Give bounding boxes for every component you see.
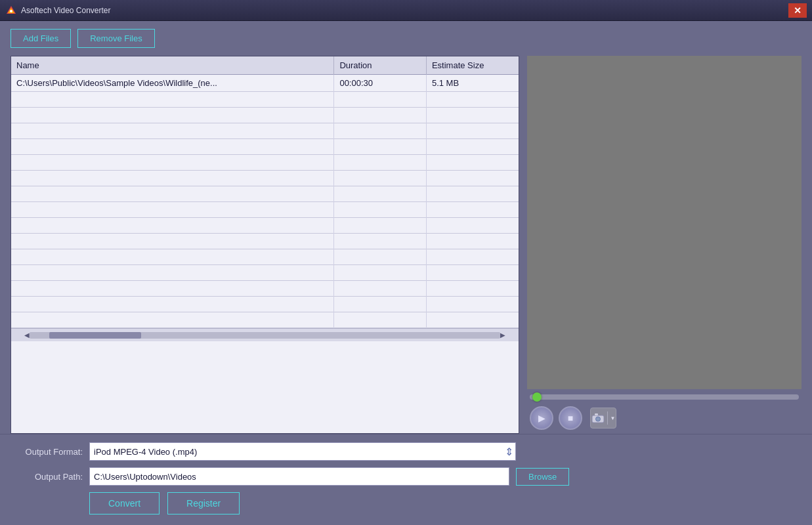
empty-row bbox=[11, 108, 519, 123]
action-row: Convert Register bbox=[11, 492, 801, 514]
empty-row bbox=[11, 249, 519, 265]
empty-row bbox=[11, 202, 519, 218]
empty-row bbox=[11, 218, 519, 234]
empty-row bbox=[11, 312, 519, 328]
progress-thumb[interactable] bbox=[532, 392, 542, 402]
col-header-size: Estimate Size bbox=[426, 56, 519, 75]
output-format-label: Output Format: bbox=[11, 447, 83, 457]
empty-row bbox=[11, 297, 519, 312]
toolbar: Add Files Remove Files bbox=[0, 21, 812, 56]
empty-row bbox=[11, 234, 519, 249]
close-button[interactable]: ✕ bbox=[788, 3, 807, 18]
empty-row bbox=[11, 171, 519, 186]
file-duration: 00:00:30 bbox=[334, 75, 427, 92]
stop-icon: ■ bbox=[568, 413, 573, 423]
progress-area bbox=[527, 389, 801, 402]
app-title: Asoftech Video Converter bbox=[21, 6, 788, 15]
col-header-name: Name bbox=[11, 56, 334, 75]
divider bbox=[607, 411, 608, 425]
play-icon: ▶ bbox=[538, 413, 545, 423]
browse-button[interactable]: Browse bbox=[516, 468, 569, 486]
output-path-input[interactable] bbox=[89, 467, 509, 486]
empty-row bbox=[11, 92, 519, 108]
content-area: Name Duration Estimate Size C:\Users\Pub… bbox=[0, 56, 812, 434]
scroll-track[interactable] bbox=[30, 332, 500, 339]
playback-controls: ▶ ■ ▼ bbox=[527, 402, 801, 434]
empty-row bbox=[11, 139, 519, 155]
output-path-label: Output Path: bbox=[11, 472, 83, 482]
format-select-wrapper: iPod MPEG-4 Video (.mp4)AVI Video (.avi)… bbox=[89, 442, 516, 461]
output-path-row: Output Path: Browse bbox=[11, 467, 801, 486]
output-format-row: Output Format: iPod MPEG-4 Video (.mp4)A… bbox=[11, 442, 801, 461]
table-row[interactable]: C:\Users\Public\Videos\Sample Videos\Wil… bbox=[11, 75, 519, 92]
progress-track[interactable] bbox=[530, 394, 799, 400]
main-area: Add Files Remove Files Name Duration Est… bbox=[0, 21, 812, 525]
col-header-duration: Duration bbox=[334, 56, 427, 75]
title-bar: Asoftech Video Converter ✕ bbox=[0, 0, 812, 21]
svg-point-4 bbox=[595, 417, 600, 421]
file-name: C:\Users\Public\Videos\Sample Videos\Wil… bbox=[11, 75, 334, 92]
play-button[interactable]: ▶ bbox=[530, 406, 553, 430]
svg-rect-5 bbox=[595, 413, 598, 415]
file-list-panel: Name Duration Estimate Size C:\Users\Pub… bbox=[11, 56, 519, 434]
preview-panel: ▶ ■ ▼ bbox=[527, 56, 801, 434]
scroll-left-arrow[interactable]: ◀ bbox=[24, 331, 30, 339]
empty-row bbox=[11, 155, 519, 171]
file-size: 5.1 MB bbox=[426, 75, 519, 92]
svg-point-2 bbox=[10, 10, 12, 12]
empty-row bbox=[11, 123, 519, 139]
video-preview bbox=[527, 56, 801, 389]
empty-row bbox=[11, 186, 519, 202]
remove-files-button[interactable]: Remove Files bbox=[77, 29, 154, 48]
empty-row bbox=[11, 281, 519, 297]
file-table: Name Duration Estimate Size C:\Users\Pub… bbox=[11, 56, 519, 328]
bottom-area: Output Format: iPod MPEG-4 Video (.mp4)A… bbox=[0, 434, 812, 525]
camera-button[interactable]: ▼ bbox=[590, 408, 616, 429]
horizontal-scrollbar[interactable]: ◀ ▶ bbox=[11, 328, 519, 341]
empty-row bbox=[11, 265, 519, 281]
scroll-thumb[interactable] bbox=[49, 332, 141, 339]
convert-button[interactable]: Convert bbox=[89, 492, 160, 514]
register-button[interactable]: Register bbox=[167, 492, 240, 514]
add-files-button[interactable]: Add Files bbox=[11, 29, 71, 48]
output-format-select[interactable]: iPod MPEG-4 Video (.mp4)AVI Video (.avi)… bbox=[89, 442, 516, 461]
app-logo bbox=[5, 5, 17, 16]
scroll-right-arrow[interactable]: ▶ bbox=[500, 331, 505, 339]
stop-button[interactable]: ■ bbox=[559, 406, 582, 430]
dropdown-arrow-icon: ▼ bbox=[610, 415, 616, 421]
camera-icon bbox=[591, 413, 605, 423]
